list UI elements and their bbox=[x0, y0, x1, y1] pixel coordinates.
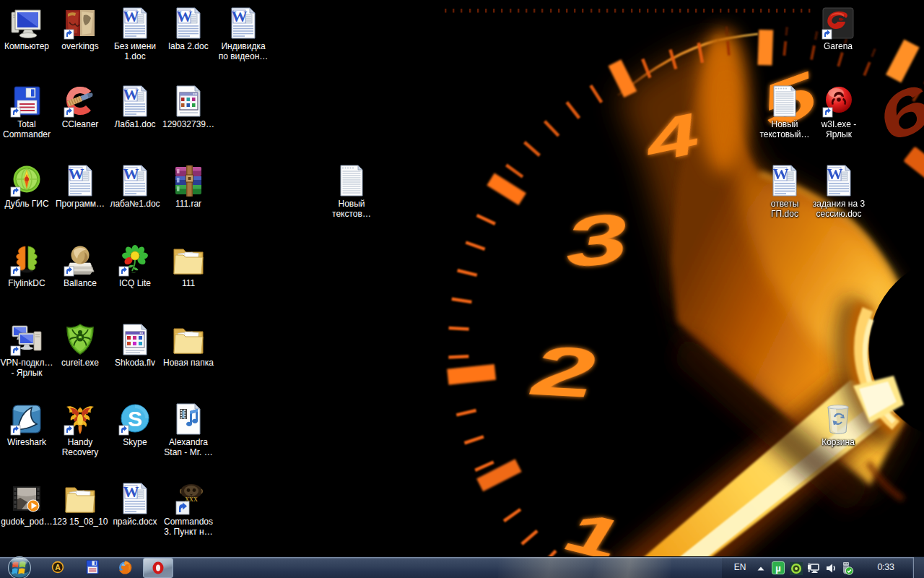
svg-text:W: W bbox=[69, 165, 84, 183]
svg-text:W: W bbox=[232, 7, 248, 25]
svg-text:W: W bbox=[177, 7, 193, 25]
svg-text:W: W bbox=[123, 7, 139, 25]
svg-text:µ: µ bbox=[775, 563, 781, 574]
svg-text:A: A bbox=[55, 563, 61, 571]
svg-text:W: W bbox=[773, 165, 789, 183]
svg-text:3: 3 bbox=[561, 198, 632, 282]
svg-text:W: W bbox=[123, 85, 139, 103]
svg-text:W: W bbox=[827, 165, 843, 183]
svg-text:W: W bbox=[123, 165, 139, 183]
svg-text:S: S bbox=[128, 407, 142, 431]
svg-text:W: W bbox=[123, 483, 139, 501]
svg-text:2: 2 bbox=[528, 331, 598, 413]
